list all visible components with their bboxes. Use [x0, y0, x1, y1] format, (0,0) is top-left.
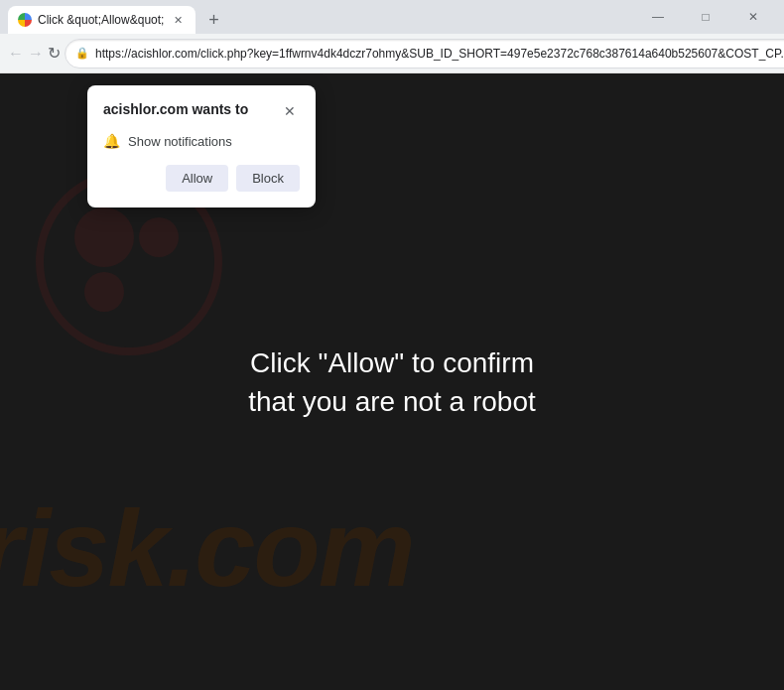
title-bar: Click &quot;Allow&quot; ✕ + — □ ✕ — [0, 0, 784, 34]
address-bar[interactable]: 🔒 https://acishlor.com/click.php?key=1ff… — [65, 39, 784, 69]
forward-icon: → — [28, 45, 44, 63]
nav-bar: ← → ↻ 🔒 https://acishlor.com/click.php?k… — [0, 34, 784, 73]
watermark-text: risk.com — [0, 484, 784, 611]
confirm-text: Click "Allow" to confirm that you are no… — [248, 343, 536, 420]
popup-close-button[interactable]: ✕ — [280, 101, 300, 121]
active-tab[interactable]: Click &quot;Allow&quot; ✕ — [8, 6, 196, 34]
forward-button[interactable]: → — [28, 38, 44, 69]
tab-strip: Click &quot;Allow&quot; ✕ + — [8, 0, 635, 34]
tab-title: Click &quot;Allow&quot; — [38, 13, 164, 27]
back-button[interactable]: ← — [8, 38, 24, 69]
svg-point-2 — [139, 217, 179, 257]
tab-close-button[interactable]: ✕ — [170, 12, 186, 28]
page-main-text: Click "Allow" to confirm that you are no… — [248, 343, 536, 420]
browser-content: risk.com Click "Allow" to confirm that y… — [0, 73, 784, 690]
svg-point-1 — [74, 207, 134, 267]
lock-icon: 🔒 — [75, 47, 89, 60]
reload-button[interactable]: ↻ — [48, 38, 61, 69]
tab-favicon — [18, 13, 32, 27]
window-controls: — □ ✕ — [635, 0, 776, 34]
favicon-icon — [18, 13, 32, 27]
new-tab-button[interactable]: + — [199, 6, 227, 34]
minimize-button[interactable]: — — [635, 0, 681, 34]
bell-icon: 🔔 — [103, 133, 120, 149]
popup-buttons: Allow Block — [103, 165, 300, 192]
block-button[interactable]: Block — [236, 165, 300, 192]
browser-window: Click &quot;Allow&quot; ✕ + — □ ✕ ← → ↻ — [0, 0, 784, 690]
reload-icon: ↻ — [48, 44, 61, 63]
popup-domain-text: acishlor.com wants to — [103, 101, 248, 117]
popup-close-icon: ✕ — [284, 103, 296, 119]
maximize-button[interactable]: □ — [683, 0, 728, 34]
url-text: https://acishlor.com/click.php?key=1ffwr… — [95, 47, 784, 61]
popup-header: acishlor.com wants to ✕ — [103, 101, 300, 121]
popup-permission-row: 🔔 Show notifications — [103, 133, 300, 149]
notification-popup: acishlor.com wants to ✕ 🔔 Show notificat… — [87, 85, 316, 207]
svg-point-3 — [84, 272, 124, 312]
close-button[interactable]: ✕ — [730, 0, 776, 34]
permission-label: Show notifications — [128, 134, 232, 149]
back-icon: ← — [8, 45, 24, 63]
allow-button[interactable]: Allow — [166, 165, 228, 192]
